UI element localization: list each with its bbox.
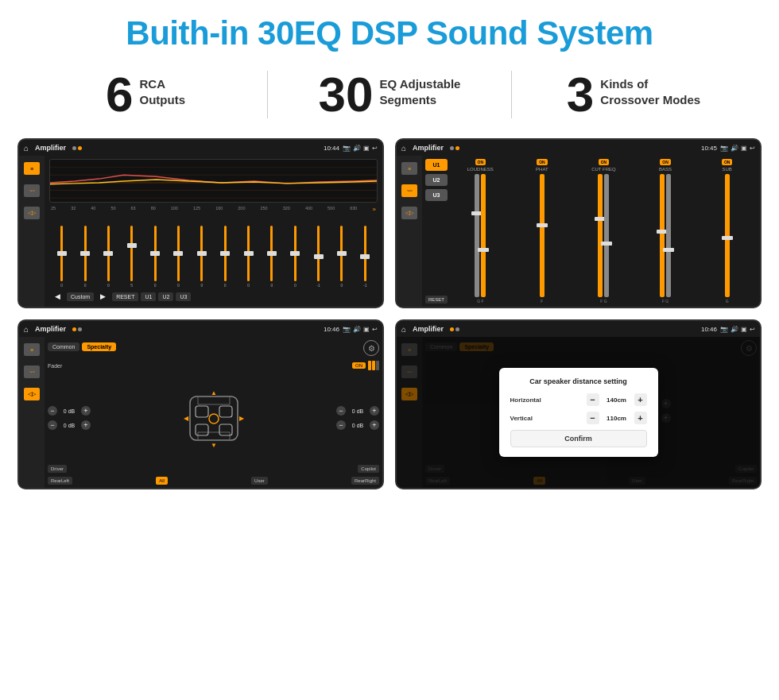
dialog-vertical-row: Vertical − 110cm +	[510, 412, 647, 424]
fader-tab-specialty[interactable]: Specialty	[82, 342, 116, 351]
window-icon-4: ▣	[741, 326, 747, 333]
home-icon[interactable]: ⌂	[24, 144, 29, 153]
eq-u2-btn[interactable]: U2	[158, 292, 173, 301]
home-icon-3[interactable]: ⌂	[24, 325, 29, 334]
crossover-reset-btn[interactable]: RESET	[425, 296, 448, 304]
eq-u3-btn[interactable]: U3	[176, 292, 191, 301]
vol-minus-tr[interactable]: −	[336, 406, 346, 416]
vol-plus-tl[interactable]: +	[81, 406, 91, 416]
eq-slider-3: 5	[121, 226, 142, 288]
fader-bottom-row2: RearLeft All User RearRight	[48, 477, 379, 485]
eq-slider-11: -1	[308, 226, 329, 288]
vol-minus-bl[interactable]: −	[48, 420, 57, 430]
vol-minus-br[interactable]: −	[336, 420, 346, 430]
stat-rca-label: RCA Outputs	[139, 76, 185, 107]
loudness-on-badge[interactable]: ON	[475, 159, 486, 165]
eq-slider-1: 0	[74, 226, 95, 288]
bass-track-f[interactable]	[660, 174, 665, 297]
cutfreq-track-f[interactable]	[598, 174, 603, 297]
car-diagram-svg: ▲ ▼ ◀ ▶	[178, 389, 250, 448]
bass-on-badge[interactable]: ON	[660, 159, 671, 165]
fader-screen-content: ≡ 〰 ◁▷ Common Specialty ⚙ Fader ON	[19, 337, 382, 488]
driver-btn[interactable]: Driver	[48, 465, 67, 473]
back-icon[interactable]: ↩	[372, 145, 378, 152]
sidebar-vol-icon-3[interactable]: ◁▷	[24, 388, 40, 400]
back-icon-2[interactable]: ↩	[750, 145, 755, 152]
home-icon-4[interactable]: ⌂	[401, 325, 406, 334]
sidebar-eq-icon[interactable]: ≡	[24, 162, 40, 175]
bass-track-g[interactable]	[666, 174, 671, 297]
vol-plus-bl[interactable]: +	[81, 420, 91, 430]
volume-icon-2: 🔊	[731, 145, 738, 152]
eq-freq-labels: 2532405063 80100125160200 25032040050063…	[49, 206, 378, 213]
dialog-title: Car speaker distance setting	[510, 377, 647, 385]
camera-icon-4: 📷	[720, 326, 728, 333]
topbar-dots-4	[450, 327, 459, 331]
preset-u1-btn[interactable]: U1	[425, 159, 448, 171]
eq-slider-7: 0	[215, 226, 236, 288]
preset-u3-btn[interactable]: U3	[425, 189, 448, 201]
horizontal-minus-btn[interactable]: −	[587, 393, 599, 406]
phat-on-badge[interactable]: ON	[537, 159, 548, 165]
dot-4	[455, 146, 459, 150]
eq-u1-btn[interactable]: U1	[141, 292, 156, 301]
vertical-plus-btn[interactable]: +	[634, 412, 647, 424]
copilot-btn[interactable]: Copilot	[358, 465, 379, 473]
all-btn[interactable]: All	[156, 477, 168, 485]
vol-minus-tl[interactable]: −	[48, 406, 57, 416]
camera-icon-3: 📷	[343, 326, 351, 333]
dialog-topbar: ⌂ Amplifier 10:46 📷 🔊 ▣ ↩	[397, 321, 760, 337]
eq-topbar-title: Amplifier	[35, 144, 66, 152]
vol-plus-br[interactable]: +	[370, 420, 379, 430]
phat-track[interactable]	[540, 174, 545, 297]
vertical-minus-btn[interactable]: −	[587, 412, 599, 424]
eq-reset-btn[interactable]: RESET	[112, 292, 138, 301]
fader-main: Common Specialty ⚙ Fader ON	[45, 337, 382, 488]
sidebar-eq-icon-3[interactable]: ≡	[24, 343, 40, 356]
topbar-dots	[72, 146, 82, 150]
sub-name: SUB	[723, 167, 732, 172]
sidebar-vol-icon[interactable]: ◁▷	[24, 207, 40, 219]
sidebar-wave-icon[interactable]: 〰	[24, 184, 40, 197]
vol-control-topright: − 0 dB +	[336, 406, 379, 416]
fader-tab-common[interactable]: Common	[48, 342, 79, 351]
settings-icon[interactable]: ⚙	[363, 340, 379, 356]
svg-text:▼: ▼	[211, 442, 217, 448]
horizontal-plus-btn[interactable]: +	[634, 393, 647, 406]
sidebar-vol-icon-2[interactable]: ◁▷	[401, 207, 417, 219]
sidebar-wave-icon-3[interactable]: 〰	[24, 365, 40, 378]
home-icon-2[interactable]: ⌂	[401, 144, 406, 153]
sidebar-eq-icon-2[interactable]: ≡	[401, 162, 417, 175]
svg-text:◀: ◀	[184, 415, 189, 422]
loudness-track-f[interactable]	[481, 174, 486, 297]
phat-name: PHAT	[536, 167, 548, 172]
topbar-icons-4: 📷 🔊 ▣ ↩	[720, 326, 755, 333]
volume-icon: 🔊	[353, 145, 361, 152]
eq-screen-content: ≡ 〰 ◁▷	[19, 156, 382, 307]
svg-rect-5	[190, 396, 238, 440]
fader-label: Fader	[48, 363, 62, 369]
eq-prev-btn[interactable]: ◀	[51, 291, 64, 302]
eq-next-btn[interactable]: ▶	[96, 291, 110, 302]
fader-on-btn[interactable]: ON	[352, 362, 366, 369]
vol-plus-tr[interactable]: +	[370, 406, 379, 416]
back-icon-4[interactable]: ↩	[750, 326, 755, 333]
dot-2	[78, 146, 82, 150]
user-btn[interactable]: User	[251, 477, 268, 485]
sidebar-wave-icon-2[interactable]: 〰	[401, 184, 417, 197]
eq-screen-card: ⌂ Amplifier 10:44 📷 🔊 ▣ ↩ ≡ 〰 ◁▷	[17, 138, 384, 308]
svg-text:▲: ▲	[211, 389, 217, 396]
rearleft-btn[interactable]: RearLeft	[48, 477, 72, 485]
cutfreq-on-badge[interactable]: ON	[599, 159, 610, 165]
preset-u2-btn[interactable]: U2	[425, 174, 448, 186]
loudness-track-g[interactable]	[475, 174, 479, 297]
rearright-btn[interactable]: RearRight	[351, 477, 379, 485]
back-icon-3[interactable]: ↩	[372, 326, 378, 333]
horizontal-label: Horizontal	[510, 396, 541, 404]
cutfreq-track-g[interactable]	[604, 174, 609, 297]
eq-slider-4: 0	[144, 226, 165, 288]
page-header: Buith-in 30EQ DSP Sound System	[0, 0, 779, 60]
confirm-button[interactable]: Confirm	[510, 430, 647, 447]
sub-on-badge[interactable]: ON	[722, 159, 733, 165]
sub-track[interactable]	[725, 174, 730, 297]
